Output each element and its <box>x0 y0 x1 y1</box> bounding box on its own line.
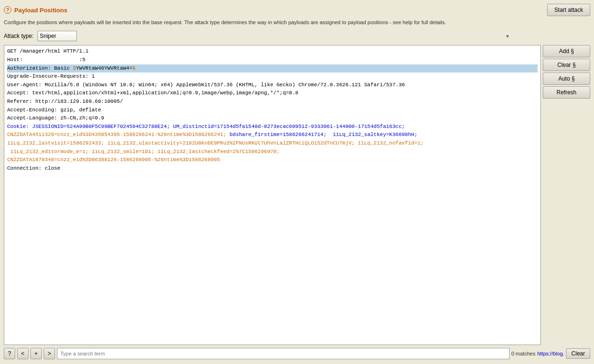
sidebar-buttons: Add § Clear § Auto § Refresh <box>543 45 590 345</box>
chevron-down-icon: ▼ <box>505 34 510 39</box>
request-line-6: Accept: text/html,application/xhtml+xml,… <box>7 89 538 98</box>
request-line-15: Connection: close <box>7 164 538 173</box>
request-line-14: CNZZDATA1670348=cnzz_eid%3D86388126-1586… <box>7 156 538 164</box>
help-button-bottom[interactable]: ? <box>4 348 15 359</box>
request-line-7: Referer: http://183.129.189.60:10005/ <box>7 98 538 106</box>
request-display[interactable]: GET /manager/html HTTP/1.1 Host: :5 Auth… <box>4 46 540 345</box>
request-line-13: 11Lq_2132_editormode_e=1; 11Lq_2132_smil… <box>7 148 538 156</box>
request-line-5: User-Agent: Mozilla/5.0 (Windows NT 10.0… <box>7 81 538 90</box>
add-section-button[interactable]: Add § <box>543 45 590 57</box>
attack-type-label: Attack type: <box>4 33 34 39</box>
help-icon[interactable]: ? <box>4 6 11 14</box>
attack-type-wrapper: Sniper Battering ram Pitchfork Cluster b… <box>37 31 512 41</box>
bottom-bar: ? < + > 0 matches https://blog. Clear <box>4 347 590 360</box>
description-text: Configure the positions where payloads w… <box>4 19 590 26</box>
attack-type-row: Attack type: Sniper Battering ram Pitchf… <box>4 31 590 41</box>
next-button[interactable]: > <box>44 348 55 359</box>
request-line-10: Cookie: JSESSIONID=524A99B0F5C99BEF70245… <box>7 123 538 131</box>
matches-label: 0 matches <box>511 351 536 356</box>
attack-type-select[interactable]: Sniper Battering ram Pitchfork Cluster b… <box>37 31 77 41</box>
request-line-9: Accept-Language: zh-CN,zh;q=0.9 <box>7 114 538 123</box>
request-line-12: 11Lq_2132_lastvisit=1586292433; 11Lq_213… <box>7 139 538 148</box>
add-button[interactable]: + <box>30 348 42 359</box>
request-line-3: Authorization: Basic $YWVRtaW46YWVRtaW4=… <box>7 64 538 73</box>
page-title: Payload Positions <box>14 7 67 14</box>
content-area: GET /manager/html HTTP/1.1 Host: :5 Auth… <box>4 45 590 345</box>
search-input[interactable] <box>57 348 510 359</box>
url-label: https://blog. <box>537 351 564 356</box>
request-text-area-container: GET /manager/html HTTP/1.1 Host: :5 Auth… <box>4 45 541 345</box>
title-area: ? Payload Positions <box>4 6 67 14</box>
request-line-1: GET /manager/html HTTP/1.1 <box>7 47 538 56</box>
request-line-4: Upgrade-Insecure-Requests: 1 <box>7 73 538 81</box>
start-attack-button[interactable]: Start attack <box>547 4 590 16</box>
main-container: ? Payload Positions Start attack Configu… <box>0 0 594 364</box>
request-line-8: Accept-Encoding: gzip, deflate <box>7 106 538 115</box>
request-line-2: Host: :5 <box>7 56 538 64</box>
clear-button-bottom[interactable]: Clear <box>566 348 590 359</box>
prev-button[interactable]: < <box>17 348 28 359</box>
auto-section-button[interactable]: Auto § <box>543 73 590 85</box>
request-line-11: CNZZDATA4511326=cnzz_eid%3D435854395-158… <box>7 131 538 139</box>
clear-section-button[interactable]: Clear § <box>543 59 590 71</box>
header-row: ? Payload Positions Start attack <box>4 4 590 16</box>
refresh-button[interactable]: Refresh <box>543 86 590 99</box>
